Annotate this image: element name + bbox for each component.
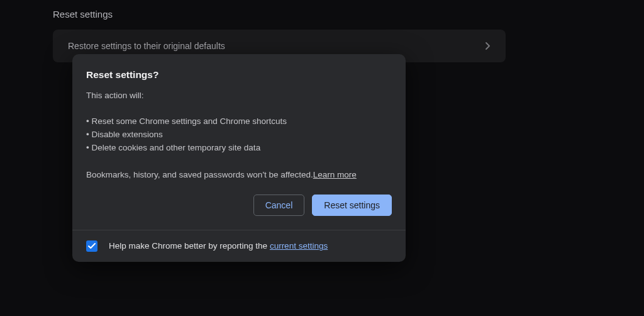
dialog-bullet: • Delete cookies and other temporary sit… xyxy=(86,142,392,155)
cancel-button[interactable]: Cancel xyxy=(253,195,305,216)
dialog-note: Bookmarks, history, and saved passwords … xyxy=(86,170,392,179)
current-settings-link[interactable]: current settings xyxy=(270,241,328,251)
dialog-bullet: • Reset some Chrome settings and Chrome … xyxy=(86,115,392,128)
reset-settings-dialog: Reset settings? This action will: • Rese… xyxy=(72,54,406,262)
chevron-right-icon xyxy=(486,42,491,50)
learn-more-link[interactable]: Learn more xyxy=(313,170,357,179)
dialog-bullet: • Disable extensions xyxy=(86,128,392,142)
report-settings-checkbox[interactable] xyxy=(86,240,97,252)
restore-defaults-label: Restore settings to their original defau… xyxy=(68,41,225,51)
section-title: Reset settings xyxy=(53,9,591,20)
dialog-intro: This action will: xyxy=(86,91,392,100)
reset-settings-button[interactable]: Reset settings xyxy=(312,195,392,216)
dialog-title: Reset settings? xyxy=(86,69,392,81)
dialog-bullet-list: • Reset some Chrome settings and Chrome … xyxy=(86,115,392,155)
report-settings-label: Help make Chrome better by reporting the… xyxy=(109,241,328,251)
